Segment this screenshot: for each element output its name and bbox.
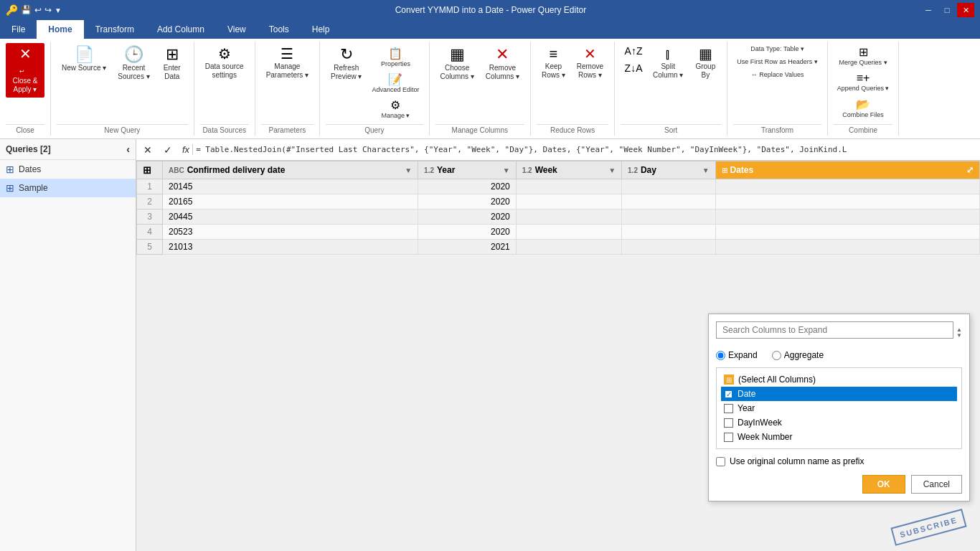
expand-radio[interactable]: [716, 351, 725, 360]
tab-file[interactable]: File: [0, 20, 37, 39]
data-type-button[interactable]: Data Type: Table ▾: [733, 43, 821, 55]
advanced-editor-button[interactable]: 📝 Advanced Editor: [368, 70, 423, 95]
expand-radio-label[interactable]: Expand: [716, 350, 758, 360]
remove-columns-button[interactable]: ✕ RemoveColumns ▾: [481, 43, 524, 85]
query-dates-icon: ⊞: [6, 164, 14, 175]
reduce-rows-group-label: Reduce Rows: [537, 124, 608, 134]
sort-ascending-button[interactable]: A↑Z: [621, 43, 646, 59]
formula-cancel-button[interactable]: ✕: [139, 141, 156, 159]
close-group-label: Close: [6, 124, 44, 134]
properties-label: Properties: [381, 60, 410, 67]
transform-group-label: Transform: [733, 124, 821, 134]
save-icon[interactable]: 💾: [21, 5, 32, 15]
redo-icon[interactable]: ↪: [44, 5, 52, 15]
query-sample-label: Sample: [19, 183, 48, 193]
expand-radio-group: Expand Aggregate: [716, 350, 962, 360]
enter-data-label: EnterData: [164, 64, 181, 81]
expand-col-item-date[interactable]: Date: [721, 387, 957, 401]
expand-dates-button[interactable]: ⤢: [966, 165, 974, 175]
prefix-checkbox[interactable]: [716, 457, 725, 466]
maximize-button[interactable]: □: [938, 3, 956, 17]
col-label-dates: Dates: [730, 165, 754, 175]
manage-parameters-button[interactable]: ☰ ManageParameters ▾: [261, 43, 314, 83]
col-header-dates[interactable]: ⊞ Dates ⤢: [715, 161, 979, 179]
sort-descending-button[interactable]: Z↓A: [621, 60, 646, 76]
replace-values-button[interactable]: ↔ Replace Values: [733, 69, 821, 80]
close-button[interactable]: ✕: [957, 3, 974, 17]
ok-button[interactable]: OK: [862, 475, 905, 494]
tab-transform[interactable]: Transform: [84, 20, 146, 39]
watermark: SUBSCRIBE: [892, 518, 966, 537]
search-columns-input[interactable]: [716, 321, 953, 339]
col-header-day[interactable]: 1.2 Day ▼: [622, 161, 715, 179]
refresh-preview-button[interactable]: ↻ RefreshPreview ▾: [326, 43, 367, 85]
prefix-label: Use original column name as prefix: [730, 456, 864, 466]
filter-day-button[interactable]: ▼: [702, 166, 710, 174]
filter-confirmed-button[interactable]: ▼: [405, 166, 412, 174]
use-first-row-button[interactable]: Use First Row as Headers ▾: [733, 56, 821, 67]
row-num-4: 4: [137, 225, 163, 240]
col-label-year: Year: [437, 165, 455, 175]
formula-confirm-button[interactable]: ✓: [159, 141, 176, 159]
select-all-icon: ⊞: [724, 375, 734, 385]
query-group-label: Query: [326, 124, 423, 134]
col-header-week[interactable]: 1.2 Week ▼: [516, 161, 621, 179]
aggregate-radio-label[interactable]: Aggregate: [772, 350, 824, 360]
expand-col-item-year[interactable]: Year: [721, 401, 957, 415]
main-area: Queries [2] ‹ ⊞ Dates ⊞ Sample ✕ ✓ fx: [0, 139, 980, 551]
data-source-settings-button[interactable]: ⚙ Data sourcesettings: [200, 43, 249, 83]
sort-za-button[interactable]: ▼: [956, 333, 962, 339]
tab-view[interactable]: View: [216, 20, 258, 39]
queries-collapse-button[interactable]: ‹: [126, 143, 130, 155]
filter-week-button[interactable]: ▼: [608, 166, 616, 174]
group-by-button[interactable]: ▦ GroupBy: [689, 43, 721, 83]
recent-sources-button[interactable]: 🕒 RecentSources ▾: [113, 43, 154, 85]
remove-rows-button[interactable]: ✕ RemoveRows ▾: [572, 43, 608, 83]
tab-add-column[interactable]: Add Column: [146, 20, 216, 39]
col-header-year[interactable]: 1.2 Year ▼: [418, 161, 517, 179]
manage-button[interactable]: ⚙ Manage ▾: [368, 96, 423, 121]
filter-year-button[interactable]: ▼: [503, 166, 510, 174]
cell-week-1: [516, 179, 621, 194]
choose-columns-icon: ▦: [450, 47, 465, 62]
col-item-dayinweek-label: DayInWeek: [738, 418, 782, 428]
tab-home[interactable]: Home: [37, 20, 83, 39]
queries-panel-header: Queries [2] ‹: [0, 139, 136, 160]
formula-bar: ✕ ✓ fx: [136, 139, 980, 161]
choose-columns-button[interactable]: ▦ ChooseColumns ▾: [435, 43, 479, 85]
new-source-button[interactable]: 📄 New Source ▾: [57, 43, 111, 76]
split-column-button[interactable]: ⫿ SplitColumn ▾: [648, 43, 688, 83]
keep-rows-button[interactable]: ≡ KeepRows ▾: [537, 43, 570, 83]
refresh-preview-label: RefreshPreview ▾: [331, 64, 362, 81]
col-header-confirmed[interactable]: ABC Confirmed delivery date ▼: [163, 161, 418, 179]
use-first-row-label: Use First Row as Headers ▾: [737, 58, 818, 65]
merge-queries-button[interactable]: ⊞ Merge Queries ▾: [834, 43, 893, 68]
select-all-item[interactable]: ⊞ (Select All Columns): [721, 372, 957, 387]
tab-tools[interactable]: Tools: [258, 20, 301, 39]
dropdown-arrow-icon[interactable]: ▼: [55, 6, 62, 14]
append-queries-button[interactable]: ≡+ Append Queries ▾: [834, 70, 893, 94]
col-item-year-label: Year: [738, 403, 755, 413]
tab-help[interactable]: Help: [301, 20, 341, 39]
formula-input[interactable]: [196, 145, 977, 154]
combine-files-button[interactable]: 📂 Combine Files: [834, 95, 893, 121]
data-sources-group-label: Data Sources: [200, 124, 249, 134]
undo-icon[interactable]: ↩: [34, 5, 42, 15]
aggregate-radio[interactable]: [772, 351, 781, 360]
enter-data-button[interactable]: ⊞ EnterData: [156, 43, 188, 85]
checkbox-year: [724, 404, 733, 413]
minimize-button[interactable]: ─: [920, 3, 937, 17]
query-item-sample[interactable]: ⊞ Sample: [0, 179, 136, 197]
ribbon-group-query: ↻ RefreshPreview ▾ 📋 Properties 📝 Advanc…: [320, 42, 429, 136]
new-source-label: New Source ▾: [62, 64, 106, 72]
properties-button[interactable]: 📋 Properties: [368, 44, 423, 70]
cancel-button[interactable]: Cancel: [911, 475, 962, 494]
cell-week-4: [516, 225, 621, 240]
cell-confirmed-5: 21013: [163, 240, 418, 255]
expand-col-item-weeknumber[interactable]: Week Number: [721, 430, 957, 444]
cell-year-4: 2020: [418, 225, 517, 240]
expand-col-item-dayinweek[interactable]: DayInWeek: [721, 415, 957, 430]
col-type-week: 1.2: [522, 166, 532, 174]
query-item-dates[interactable]: ⊞ Dates: [0, 160, 136, 179]
close-apply-button[interactable]: ✕↩ Close &Apply ▾: [6, 43, 44, 98]
